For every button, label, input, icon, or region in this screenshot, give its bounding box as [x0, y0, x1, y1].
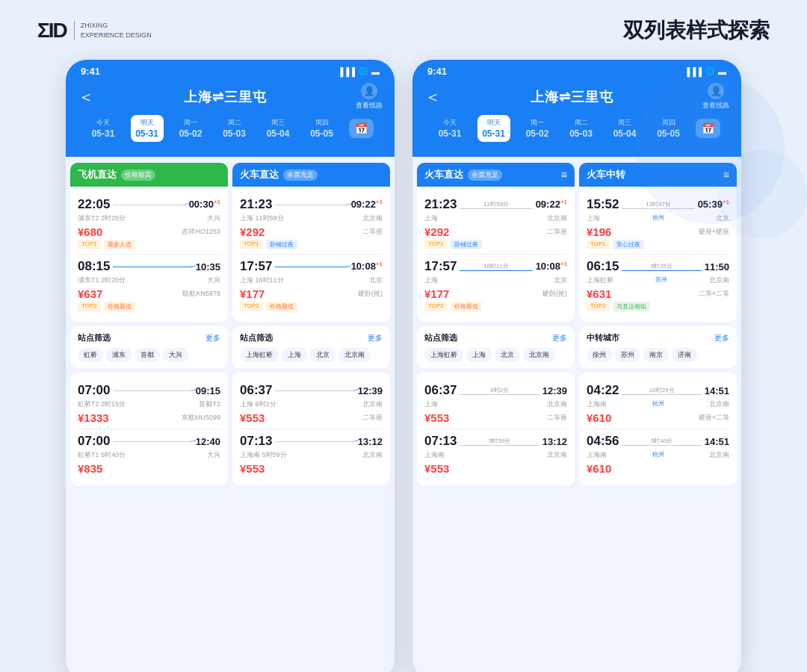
- transport-row: 04:22 10时29分 14:51 上海南杭州北京南: [587, 379, 729, 429]
- date-tab-5[interactable]: 周四 05-05: [306, 115, 338, 142]
- transport-row: 06:37 6时2分 12:39 上海 北京南: [424, 379, 567, 429]
- col1-header-phone2: 火车直达 余票充足 ≡: [417, 163, 575, 187]
- filter2-phone1: 站点筛选 更多 上海虹桥 上海 北京 北京南: [232, 326, 390, 368]
- date-tab-0[interactable]: 今天 05-31: [87, 115, 120, 142]
- date-tabs-1: 今天 05-31 明天 05-31 周一 05-02 周二 05-03 周三: [78, 115, 383, 149]
- nav-right-1[interactable]: 👤 查看线路: [356, 83, 383, 111]
- two-col-2: 火车直达 余票充足 ≡ 21:23 11时59分: [412, 157, 741, 672]
- transport-row: 21:23 11时59分 09:22+1 上海 北京南: [424, 193, 567, 255]
- battery-icon: ▬: [371, 67, 380, 76]
- phone-content-2: 火车直达 余票充足 ≡ 21:23 11时59分: [412, 157, 741, 672]
- arrow-line: [113, 441, 192, 442]
- col1-phone1: 飞机直达 价格较高 22:05 00:30+1: [66, 157, 230, 672]
- nav-top-1: ＜ 上海⇌三里屯 👤 查看线路: [78, 83, 383, 111]
- calendar-icon-1[interactable]: 📅: [349, 119, 374, 138]
- status-bar-1: 9:41 ▐▐▐ 🌐 ▬: [66, 60, 395, 80]
- transport-row: 07:00 12:40 虹桥T1 5时40分 大兴: [78, 429, 220, 479]
- filter1-phone1: 站点筛选 更多 虹桥 浦东 首都 大兴: [70, 326, 228, 368]
- date-tab-p2-3[interactable]: 周二 05-03: [565, 115, 598, 142]
- arrow-line: [113, 267, 192, 267]
- transport-row: 07:13 13:12 上海南 5时59分 北京南: [240, 429, 383, 479]
- signal-icon-2: ▐▐▐: [684, 67, 702, 76]
- date-tab-3[interactable]: 周二 05-03: [218, 115, 251, 142]
- back-button-2[interactable]: ＜: [424, 86, 441, 108]
- date-tab-p2-0[interactable]: 今天 05-31: [433, 115, 466, 142]
- transport-row: 07:13 5时59分 13:12 上海南 北京南: [424, 429, 567, 479]
- nav-header-1: ＜ 上海⇌三里屯 👤 查看线路 今天 05-31 明天 05-31 周一: [66, 80, 395, 157]
- route-icon-1: 👤: [361, 83, 377, 99]
- logo-area: ΣID ZHIXING EXPERIENCE DESIGN: [37, 19, 152, 43]
- col2-card2-phone1: 06:37 12:39 上海 6时2分 北京南: [232, 373, 390, 485]
- date-tab-p2-1[interactable]: 明天 05-31: [477, 115, 510, 142]
- page-title: 双列表样式探索: [623, 16, 770, 45]
- transport-row: 04:56 5时40分 14:51 上海南杭州北京南: [587, 429, 729, 479]
- transport-row: 07:00 09:15 虹桥T2 2时15分 首都T2: [78, 379, 220, 429]
- transport-row: 08:15 10:35 浦东T1 2时20分 大兴: [78, 255, 220, 316]
- phone-1: 9:41 ▐▐▐ 🌐 ▬ ＜ 上海⇌三里屯 👤 查看线路 今天 05: [66, 60, 395, 672]
- route-title-2: 上海⇌三里屯: [531, 88, 613, 106]
- phone-content-1: 飞机直达 价格较高 22:05 00:30+1: [66, 157, 395, 672]
- status-time-2: 9:41: [427, 66, 447, 77]
- col2-phone1: 火车直达 余票充足 21:23 09:22+1: [230, 157, 395, 672]
- transport-row: 17:57 10:08+1 上海 16时11分 北京: [240, 255, 383, 316]
- col1-card2-phone2: 06:37 6时2分 12:39 上海 北京南: [417, 373, 575, 485]
- arrow-line: [275, 205, 347, 205]
- col1-card-phone2: 21:23 11时59分 09:22+1 上海 北京南: [417, 187, 575, 322]
- back-button-1[interactable]: ＜: [78, 86, 94, 108]
- signal-icon: ▐▐▐: [338, 67, 355, 76]
- battery-icon-2: ▬: [718, 67, 726, 76]
- status-icons-1: ▐▐▐ 🌐 ▬: [338, 66, 380, 76]
- page-header: ΣID ZHIXING EXPERIENCE DESIGN 双列表样式探索: [0, 0, 807, 52]
- col1-card-phone1: 22:05 00:30+1 浦东T2 2时25分 大兴: [70, 187, 228, 322]
- date-tab-1[interactable]: 明天 05-31: [131, 115, 164, 142]
- date-tab-4[interactable]: 周三 05-04: [262, 115, 294, 142]
- status-time-1: 9:41: [81, 66, 100, 77]
- col1-header-phone1: 飞机直达 价格较高: [70, 163, 228, 187]
- transport-row: 22:05 00:30+1 浦东T2 2时25分 大兴: [78, 193, 220, 255]
- route-title-1: 上海⇌三里屯: [184, 88, 267, 106]
- col2-phone2: 火车中转 ≡ 15:52 13时47分 05:39+1: [577, 157, 741, 672]
- col2-card-phone1: 21:23 09:22+1 上海 11时59分 北京南: [232, 187, 390, 322]
- arrow-line: [275, 441, 354, 442]
- logo-text: ZHIXING EXPERIENCE DESIGN: [74, 21, 152, 40]
- wifi-icon: 🌐: [358, 66, 368, 76]
- transport-row: 06:37 12:39 上海 6时2分 北京南: [240, 379, 383, 429]
- col2-card2-phone2: 04:22 10时29分 14:51 上海南杭州北京南: [579, 373, 737, 485]
- col1-card2-phone1: 07:00 09:15 虹桥T2 2时15分 首都T2: [70, 373, 228, 485]
- transport-row: 21:23 09:22+1 上海 11时59分 北京南: [240, 193, 383, 255]
- date-tab-2[interactable]: 周一 05-02: [174, 115, 207, 142]
- date-tab-p2-2[interactable]: 周一 05-02: [521, 115, 554, 142]
- filter2-phone2: 中转城市 更多 徐州 苏州 南京 济南: [579, 326, 737, 368]
- logo-icon: ΣID: [37, 19, 67, 43]
- filter1-phone2: 站点筛选 更多 上海虹桥 上海 北京 北京南: [417, 326, 575, 368]
- arrow-line: [113, 391, 192, 391]
- transport-row: 17:57 16时11分 10:08+1 上海 北京: [424, 255, 567, 316]
- arrow-line: [275, 267, 347, 267]
- col2-header-phone1: 火车直达 余票充足: [232, 163, 390, 187]
- transport-row: 06:15 5时25分 11:50 上海虹桥苏州北京南: [587, 255, 729, 316]
- col1-phone2: 火车直达 余票充足 ≡ 21:23 11时59分: [412, 157, 577, 672]
- arrow-line: [275, 391, 354, 391]
- two-col-1: 飞机直达 价格较高 22:05 00:30+1: [66, 157, 395, 672]
- arrow-line: [113, 205, 185, 205]
